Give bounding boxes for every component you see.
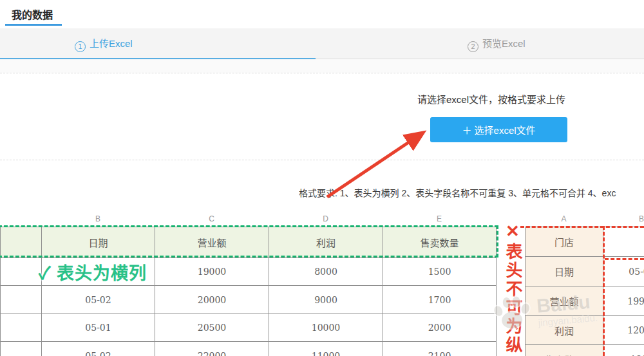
table-row: 营业额 19900 [526,286,644,316]
tab-upload-excel[interactable]: 1上传Excel [75,28,133,59]
cell: 19000 [155,258,269,286]
cell: 20500 [155,314,269,342]
bad-example-table: A B 门店 日期 05-01 营业额 19900 利润 12000 售卖数量 … [525,212,644,356]
table-row: 日期 05-01 [526,257,644,286]
page-title[interactable]: 我的数据 [12,6,53,22]
bad-dashed-line-top [520,226,644,228]
header-cell: 营业额 [155,227,269,258]
cell: 1700 [383,286,497,314]
header-cell: 日期 [526,257,603,286]
cell [1,258,42,286]
column-letter: D [269,212,383,227]
cell: 9000 [269,286,383,314]
upload-prompt-text: 请选择excel文件，按格式要求上传 [417,92,565,106]
cell: 05-01 [42,314,155,342]
table-row: 利润 12000 [526,316,644,345]
table-row: 05-01 20500 10000 2000 [1,314,497,342]
step-2-circle-icon: 2 [468,41,478,52]
header-cell: 售卖数量 [383,227,497,258]
step-1-circle-icon: 1 [75,41,86,52]
cell: 11000 [269,342,383,356]
bad-dashed-line-row [605,258,644,260]
cell: 05-01 [603,257,644,286]
format-requirements-text: 格式要求: 1、表头为横列 2、表头字段名称不可重复 3、单元格不可合并 4、e… [299,186,616,199]
cell [1,286,42,314]
column-letter: C [155,212,269,227]
cell: 2100 [383,342,497,356]
header-cell: 售卖数量 [526,345,603,356]
cell [1,314,42,342]
cell [1,342,42,356]
bad-column-letters: A B [525,212,644,227]
table-row: 售卖数量 1800 [526,345,644,356]
cell: 8000 [269,258,383,286]
cell: 22000 [155,342,269,356]
cell: 05-02 [42,342,155,356]
table-header-row: 日期 营业额 利润 售卖数量 [1,227,497,258]
column-letter: E [383,212,496,227]
cell: 05-02 [42,286,155,314]
column-letter: B [41,212,155,227]
cell: 10000 [269,314,383,342]
table-row: 05-02 22000 11000 2100 [1,342,497,356]
cell: 1500 [383,258,497,286]
bad-dashed-line-vertical [603,226,605,356]
header-cell: 营业额 [526,286,603,316]
dotted-divider-top [0,73,644,73]
column-letter: B [603,212,644,227]
cell: 2000 [383,314,497,342]
bad-annotation-text: ✕表头不可为纵列 [504,221,525,356]
header-cell: 利润 [526,316,603,345]
cell: 1800 [603,345,644,356]
header-cell [1,227,42,258]
table-row: 门店 [526,227,644,257]
cell: 19900 [603,286,644,316]
tab-preview-excel[interactable]: 2预览Excel [468,28,526,59]
column-letter: A [525,212,603,227]
cell: 12000 [603,316,644,345]
good-annotation-text: ✓ 表头为横列 [39,259,147,285]
header-cell: 利润 [269,227,383,258]
dotted-divider-middle [0,160,644,160]
page-title-underline [5,24,62,26]
header-cell: 门店 [526,227,603,257]
header-cell: 日期 [42,227,155,258]
cell: 20000 [155,286,269,314]
select-excel-file-button[interactable]: ＋ 选择excel文件 [430,117,567,142]
table-row: 05-02 20000 9000 1700 [1,286,497,314]
cell [603,227,644,257]
substrip [0,59,644,73]
tab-preview-label: 预览Excel [482,38,526,49]
good-column-letters: B C D E [0,212,497,227]
column-letter [0,212,41,227]
tab-upload-label: 上传Excel [90,38,133,49]
